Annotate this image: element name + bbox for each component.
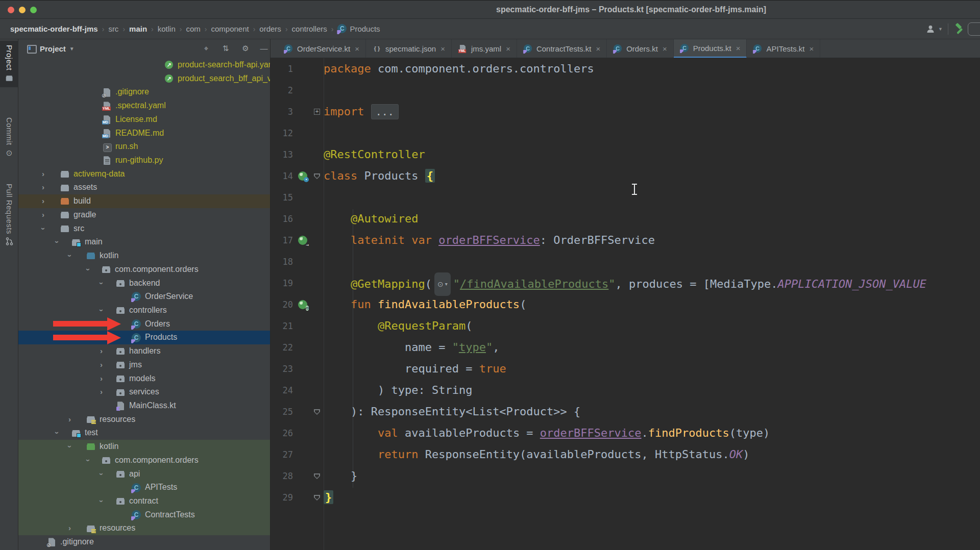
run-widget-partial[interactable] xyxy=(968,22,980,36)
chevron-down-icon[interactable]: › xyxy=(81,268,95,271)
chevron-down-icon[interactable]: › xyxy=(94,309,108,312)
editor-tab[interactable]: ContractTests.kt× xyxy=(517,39,607,58)
editor-tab[interactable]: Orders.kt× xyxy=(607,39,673,58)
tree-row[interactable]: APITests xyxy=(18,481,270,494)
tab-close-icon[interactable]: × xyxy=(596,44,600,53)
fold-expand-icon[interactable]: + xyxy=(314,109,320,115)
chevron-right-icon[interactable]: › xyxy=(100,385,103,399)
breadcrumb-item[interactable]: Products xyxy=(337,24,380,34)
stripe-button-pull-requests[interactable]: Pull Requests xyxy=(0,180,18,249)
build-hammer-icon[interactable] xyxy=(953,23,966,35)
tree-row[interactable]: OrderService xyxy=(18,290,270,304)
tab-close-icon[interactable]: × xyxy=(506,44,510,53)
breadcrumb-item[interactable]: controllers xyxy=(292,24,327,33)
editor-tab[interactable]: OrderService.kt× xyxy=(278,39,366,58)
zoom-button[interactable] xyxy=(30,7,37,13)
tab-close-icon[interactable]: × xyxy=(809,44,814,53)
tree-row[interactable]: ›activemq-data xyxy=(18,167,270,181)
breadcrumb-item[interactable]: src xyxy=(108,24,118,33)
hide-icon[interactable]: — xyxy=(259,44,268,53)
breadcrumb-item[interactable]: specmatic-order-bff-jms xyxy=(10,24,98,33)
user-icon[interactable]: ▼ xyxy=(926,24,943,34)
fold-region-marker[interactable] xyxy=(314,473,320,479)
editor-tab[interactable]: APITests.kt× xyxy=(747,39,820,58)
chevron-right-icon[interactable]: › xyxy=(68,413,71,427)
chevron-down-icon[interactable]: › xyxy=(50,432,64,434)
minimize-button[interactable] xyxy=(19,7,26,13)
tree-row[interactable]: ›gradle xyxy=(18,208,270,222)
chevron-right-icon[interactable]: › xyxy=(100,358,103,372)
tree-row[interactable]: ›com.component.orders xyxy=(18,454,270,467)
stripe-button-commit[interactable]: Commit ⊙ xyxy=(0,113,18,162)
spring-bean-gutter-icon[interactable] xyxy=(298,171,307,181)
project-view-selector[interactable]: Project ▼ xyxy=(40,39,75,58)
breadcrumb-item[interactable]: com xyxy=(186,24,200,33)
tree-row[interactable]: MainClass.kt xyxy=(18,399,270,413)
tree-row[interactable]: ›com.component.orders xyxy=(18,263,270,277)
chevron-down-icon[interactable]: › xyxy=(50,241,64,243)
tree-row[interactable]: Orders xyxy=(18,317,270,331)
tree-row[interactable]: ›jms xyxy=(18,358,270,372)
tab-close-icon[interactable]: × xyxy=(355,44,359,53)
chevron-down-icon[interactable]: › xyxy=(94,500,108,503)
spring-wire-gutter-icon[interactable] xyxy=(298,236,307,245)
chevron-down-icon[interactable]: › xyxy=(63,445,77,448)
tab-close-icon[interactable]: × xyxy=(736,44,741,53)
editor-tab[interactable]: specmatic.json× xyxy=(366,39,452,58)
code-editor[interactable]: 1package com.component.orders.controller… xyxy=(271,58,980,550)
tree-row-selected[interactable]: Products xyxy=(18,331,270,344)
spring-map-gutter-icon[interactable] xyxy=(298,300,307,309)
tree-row[interactable]: ›backend xyxy=(18,277,270,290)
tree-row[interactable]: run.sh xyxy=(18,140,270,154)
breadcrumb-item[interactable]: component xyxy=(211,24,249,33)
fold-region-marker[interactable] xyxy=(314,409,320,415)
chevron-down-icon[interactable]: › xyxy=(63,255,77,257)
tree-row[interactable]: ›kotlin xyxy=(18,440,270,454)
close-button[interactable] xyxy=(8,7,14,13)
tree-row[interactable]: .spectral.yaml xyxy=(18,99,270,113)
chevron-down-icon[interactable]: › xyxy=(94,282,108,284)
tree-row[interactable]: ›assets xyxy=(18,181,270,194)
tree-row[interactable]: ›resources xyxy=(18,521,270,535)
tree-row[interactable]: ›api xyxy=(18,467,270,481)
chevron-right-icon[interactable]: › xyxy=(42,167,44,181)
editor-tab-active[interactable]: Products.kt× xyxy=(674,39,747,58)
tab-close-icon[interactable]: × xyxy=(663,44,667,53)
breadcrumb-item[interactable]: main xyxy=(129,24,147,33)
tree-row[interactable]: ›services xyxy=(18,385,270,399)
tree-row[interactable]: product-search-bff-api.yaml xyxy=(18,58,270,72)
fold-region-marker[interactable] xyxy=(314,173,320,179)
tree-row[interactable]: ›handlers xyxy=(18,344,270,358)
url-inlay-hint[interactable]: ⊙▾ xyxy=(434,272,451,296)
chevron-right-icon[interactable]: › xyxy=(42,181,44,194)
chevron-right-icon[interactable]: › xyxy=(68,521,71,535)
chevron-right-icon[interactable]: › xyxy=(42,208,44,222)
stripe-button-project[interactable]: Project xyxy=(0,41,18,87)
tree-row[interactable]: ›build xyxy=(18,194,270,208)
tree-row[interactable]: ›test xyxy=(18,426,270,440)
tree-row[interactable]: .gitignore xyxy=(18,535,270,549)
tree-row[interactable]: ›models xyxy=(18,372,270,386)
tree-row[interactable]: .gitignore xyxy=(18,85,270,99)
tab-close-icon[interactable]: × xyxy=(440,44,445,53)
tree-row[interactable]: ›kotlin xyxy=(18,249,270,263)
chevron-right-icon[interactable]: › xyxy=(42,194,44,208)
chevron-right-icon[interactable]: › xyxy=(100,344,103,358)
settings-icon[interactable]: ⚙ xyxy=(241,44,250,53)
fold-region-marker[interactable] xyxy=(314,495,320,501)
breadcrumb-item[interactable]: orders xyxy=(259,24,281,33)
chevron-right-icon[interactable]: › xyxy=(100,372,103,386)
collapse-all-icon[interactable]: ⇅ xyxy=(221,44,230,53)
tree-row[interactable]: ContractTests xyxy=(18,508,270,522)
breadcrumb-item[interactable]: kotlin xyxy=(158,24,176,33)
tree-row[interactable]: run-github.py xyxy=(18,154,270,167)
tree-row[interactable]: ›main xyxy=(18,235,270,249)
tree-row[interactable]: ›src xyxy=(18,222,270,236)
tree-row[interactable]: product_search_bff_api_v2.yaml xyxy=(18,72,270,86)
editor-tab[interactable]: jms.yaml× xyxy=(452,39,517,58)
chevron-down-icon[interactable]: › xyxy=(36,227,50,230)
chevron-down-icon[interactable]: › xyxy=(94,472,108,475)
tree-row[interactable]: License.md xyxy=(18,113,270,127)
locate-icon[interactable]: ⌖ xyxy=(202,44,211,53)
tree-row[interactable]: ›contract xyxy=(18,494,270,508)
